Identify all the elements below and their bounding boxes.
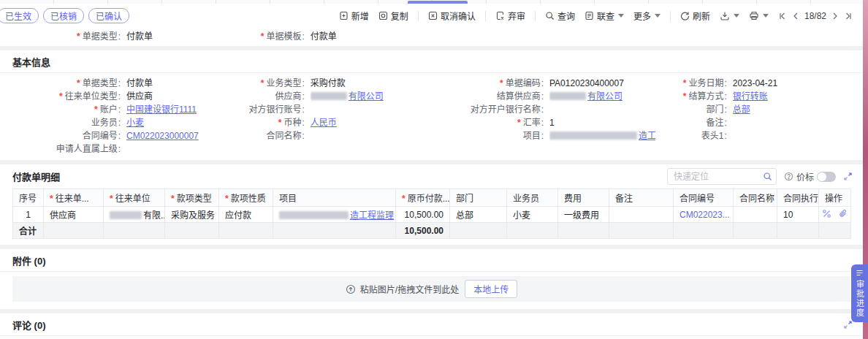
col-remark[interactable]: 备注 — [609, 189, 674, 207]
payment-order-page: 已生效 已核销 已确认 新增 复制 取消确认 弃审 — [0, 0, 863, 339]
copy-button[interactable]: 复制 — [378, 9, 408, 22]
approval-flow-icon — [856, 269, 864, 277]
last-page-button[interactable] — [844, 12, 853, 20]
print-button[interactable] — [749, 11, 769, 20]
col-payment-type[interactable]: 款项类型 — [165, 189, 219, 207]
refresh-icon — [680, 11, 690, 20]
detail-title: 付款单明细 — [12, 170, 60, 183]
col-contract-exec[interactable]: 合同执行... — [777, 189, 819, 207]
field-doc-type: 单据类型 付款单 — [12, 30, 218, 43]
search-icon — [545, 11, 555, 20]
more-button[interactable]: 更多 — [633, 9, 660, 22]
comments-title: 评论 (0) — [12, 318, 46, 332]
currency-link[interactable]: 人民币 — [311, 118, 337, 128]
cancel-confirm-button[interactable]: 取消确认 — [428, 9, 476, 22]
redacted-text — [549, 132, 637, 140]
col-partner[interactable]: 往来单位 — [104, 189, 165, 207]
col-amount[interactable]: 原币付款... — [396, 189, 450, 207]
attachments-section: 附件 (0) 粘贴图片/拖拽文件到此处 本地上传 — [0, 249, 863, 309]
col-actions: 操作 — [819, 189, 851, 207]
attachments-title: 附件 (0) — [0, 249, 863, 272]
field-opp-bank-account: 对方银行账号 — [218, 103, 433, 116]
attachment-icon[interactable] — [838, 209, 848, 221]
first-page-button[interactable] — [778, 12, 787, 20]
comments-section: 评论 (0) 发送 — [0, 313, 863, 339]
table-total-row: 合计 10,500.00 — [13, 223, 851, 239]
field-exchange-rate: 汇率1 — [433, 116, 655, 129]
field-supplier: 供应商有限公司 — [218, 90, 433, 103]
field-currency: 币种人民币 — [218, 116, 433, 129]
col-payment-nature[interactable]: 款项性质 — [219, 189, 273, 207]
field-biz-type: 业务类型采购付款 — [218, 77, 433, 90]
doc-link-icon — [585, 11, 594, 20]
quick-locate-input[interactable] — [667, 168, 777, 185]
unapprove-button[interactable]: 弃审 — [495, 9, 525, 22]
field-account: 账户中国建设银行1111 — [12, 103, 218, 116]
doc-plus-icon — [339, 11, 349, 20]
prev-page-button[interactable] — [792, 12, 799, 20]
col-salesman[interactable]: 业务员 — [507, 189, 558, 207]
linked-query-button[interactable]: 联查 — [585, 9, 624, 22]
department-link[interactable]: 总部 — [733, 104, 750, 115]
col-contract-name[interactable]: 合同名称 — [734, 189, 777, 207]
detail-table: 序号 往来单... 往来单位 款项类型 款项性质 项目 原币付款... 部门 业… — [12, 188, 851, 239]
field-contract-no: 合同编号CM022023000007 — [12, 129, 218, 142]
export-button[interactable] — [720, 11, 739, 20]
field-opp-bank-name: 对方开户银行名称 — [433, 103, 655, 116]
quick-locate-search — [667, 168, 777, 185]
detail-section: 付款单明细 价标 序号 往来单... 往来单位 — [0, 164, 863, 245]
query-button[interactable]: 查询 — [545, 9, 575, 22]
next-page-button[interactable] — [831, 12, 839, 20]
salesman-link[interactable]: 小麦 — [126, 118, 144, 128]
toolbar-separator — [485, 11, 486, 21]
page-indicator: 18/82 — [804, 11, 826, 21]
expand-icon[interactable] — [843, 172, 853, 181]
price-tag-toggle[interactable] — [817, 172, 836, 182]
col-department[interactable]: 部门 — [450, 189, 507, 207]
project-link[interactable]: 造工程监理 — [279, 210, 394, 221]
top-tab-strip[interactable] — [0, 0, 863, 4]
basic-info-section: 基本信息 单据类型付款单 业务类型采购付款 单据编码PA012023040000… — [0, 50, 863, 160]
toolbar: 已生效 已核销 已确认 新增 复制 取消确认 弃审 — [0, 4, 863, 28]
redacted-text — [279, 211, 349, 219]
account-link[interactable]: 中国建设银行1111 — [126, 104, 197, 115]
col-seq[interactable]: 序号 — [13, 189, 44, 207]
chevron-down-icon — [655, 14, 660, 18]
doc-reject-icon — [495, 11, 505, 20]
approval-progress-tab[interactable]: 审批进度 — [851, 264, 868, 322]
contract-no-link[interactable]: CM022023000007 — [126, 131, 199, 141]
local-upload-button[interactable]: 本地上传 — [465, 280, 517, 298]
relation-icon[interactable] — [822, 209, 831, 221]
field-header1: 表头1 — [655, 129, 853, 142]
field-applicant-superior: 申请人直属上级 — [12, 142, 218, 156]
status-badge: 已确认 — [88, 8, 129, 23]
table-row[interactable]: 1 供应商 有限... 采购及服务 应付款 造工程监理 10,500.00 总部… — [13, 207, 851, 223]
contract-no-link[interactable]: CM022023... — [679, 210, 730, 220]
doc-header-row: 单据类型 付款单 单据模板 付款单 — [0, 28, 863, 46]
supplier-link[interactable]: 有限公司 — [311, 91, 384, 102]
search-icon — [763, 172, 772, 181]
col-project[interactable]: 项目 — [273, 189, 396, 207]
field-doc-type: 单据类型付款单 — [12, 77, 218, 90]
settle-method-link[interactable]: 银行转账 — [733, 91, 768, 102]
field-doc-no: 单据编码PA0120230400007 — [433, 77, 655, 90]
field-project: 项目造工程监理 — [433, 129, 655, 142]
col-contract-no[interactable]: 合同编号 — [674, 189, 734, 207]
expand-icon[interactable] — [843, 320, 853, 330]
approval-progress-label: 审批进度 — [854, 280, 866, 318]
upload-dropzone[interactable]: 粘贴图片/拖拽文件到此处 本地上传 — [12, 276, 850, 302]
toolbar-actions: 新增 复制 取消确认 弃审 查询 联查 — [339, 9, 853, 22]
chevron-down-icon — [763, 14, 769, 18]
field-settle-supplier: 结算供应商有限公司 — [433, 90, 655, 103]
pagination: 18/82 — [778, 11, 853, 21]
upload-arrow-icon — [346, 284, 356, 294]
refresh-button[interactable]: 刷新 — [680, 9, 710, 22]
upload-hint: 粘贴图片/拖拽文件到此处 — [346, 283, 459, 295]
chevron-down-icon — [734, 14, 739, 18]
status-badge: 已核销 — [43, 8, 84, 23]
settle-supplier-link[interactable]: 有限公司 — [549, 91, 623, 102]
col-expense[interactable]: 费用 — [558, 189, 609, 207]
col-partner-type[interactable]: 往来单... — [44, 189, 104, 207]
new-button[interactable]: 新增 — [339, 9, 369, 22]
project-link[interactable]: 造工程监理 — [549, 131, 655, 141]
